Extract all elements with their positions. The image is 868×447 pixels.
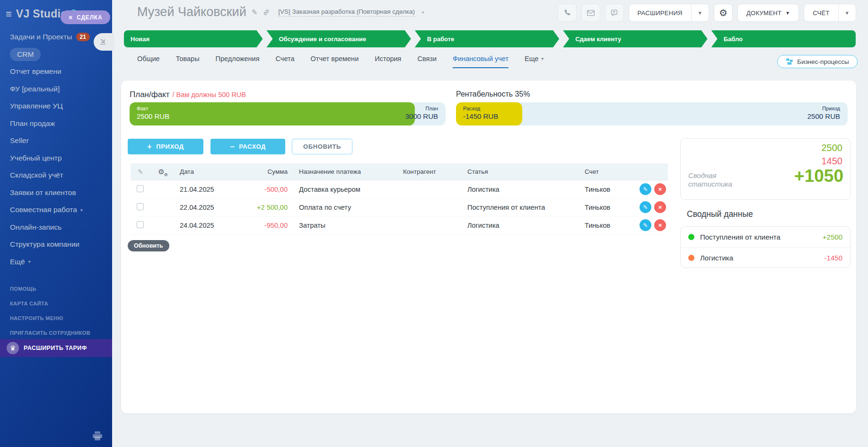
profitability-label: Рентабельность 35% bbox=[456, 90, 530, 98]
sidebar-item-time-report[interactable]: Отчет времени bbox=[0, 63, 112, 80]
delete-row-button[interactable]: × bbox=[654, 201, 666, 213]
sidebar-item-fu-real[interactable]: ФУ [реальный] bbox=[0, 80, 112, 98]
column-purpose[interactable]: Назначение платежа bbox=[288, 168, 391, 175]
column-counterparty[interactable]: Контрагент bbox=[391, 168, 456, 175]
sidebar-collapse-handle[interactable] bbox=[94, 33, 114, 51]
stage-discussion[interactable]: Обсуждение и согласование bbox=[266, 30, 411, 47]
sidebar-footer: ПОМОЩЬ КАРТА САЙТА НАСТРОИТЬ МЕНЮ ПРИГЛА… bbox=[0, 281, 112, 340]
sidebar-item-warehouse[interactable]: Складской учёт bbox=[0, 167, 112, 184]
cell-purpose: Оплата по счету bbox=[288, 204, 391, 211]
document-button[interactable]: ДОКУМЕНТ▼ bbox=[737, 4, 799, 22]
sms-button[interactable] bbox=[605, 4, 624, 22]
sidebar-item-uc-management[interactable]: Управление УЦ bbox=[0, 98, 112, 115]
link-icon[interactable] bbox=[263, 9, 270, 16]
tab-products[interactable]: Товары bbox=[176, 50, 200, 68]
tab-invoices[interactable]: Счета bbox=[276, 50, 295, 68]
sidebar-menu: Задачи и Проекты21 CRM Отчет времени ФУ … bbox=[0, 28, 112, 270]
edit-row-button[interactable]: ✎ bbox=[640, 183, 651, 195]
edit-row-button[interactable]: ✎ bbox=[640, 219, 651, 231]
add-expense-button[interactable]: −РАСХОД bbox=[210, 139, 285, 154]
pencil-icon: ✎ bbox=[643, 186, 648, 193]
printer-icon[interactable] bbox=[92, 431, 103, 441]
invoice-dropdown[interactable]: ▼ bbox=[838, 4, 856, 21]
breadcrumb[interactable]: [VS] Заказная разработка (Повторная сдел… bbox=[278, 8, 415, 17]
tab-quotes[interactable]: Предложения bbox=[216, 50, 260, 68]
column-account[interactable]: Счет bbox=[574, 168, 622, 175]
sidebar-item-crm[interactable]: CRM bbox=[0, 46, 112, 63]
close-icon: × bbox=[658, 222, 662, 229]
deal-chip[interactable]: × СДЕЛКА bbox=[61, 10, 110, 24]
cell-amount: -500,00 bbox=[235, 186, 288, 193]
sidebar-invite-employees[interactable]: ПРИГЛАСИТЬ СОТРУДНИКОВ bbox=[0, 325, 112, 340]
summary-expense: 1450 bbox=[822, 156, 843, 167]
tab-general[interactable]: Общие bbox=[137, 50, 160, 68]
delete-row-button[interactable]: × bbox=[654, 219, 666, 231]
sidebar-item-more[interactable]: Ещё▾ bbox=[0, 253, 112, 271]
refresh-hint-badge[interactable]: Обновить bbox=[128, 240, 169, 251]
business-processes-button[interactable]: Бизнес-процессы bbox=[777, 55, 858, 68]
sidebar-item-training-center[interactable]: Учебный центр bbox=[0, 150, 112, 167]
sidebar-sitemap[interactable]: КАРТА САЙТА bbox=[0, 296, 112, 311]
row-checkbox[interactable] bbox=[137, 221, 144, 228]
sidebar-configure-menu[interactable]: НАСТРОИТЬ МЕНЮ bbox=[0, 311, 112, 325]
chevron-down-icon: ▼ bbox=[785, 10, 790, 16]
sidebar-help[interactable]: ПОМОЩЬ bbox=[0, 281, 112, 296]
plan-fact-bar: Факт2500 RUB План3000 RUB bbox=[130, 102, 446, 125]
page-header: Музей Чайковский ✎ [VS] Заказная разрабо… bbox=[137, 5, 424, 19]
sidebar-item-seller[interactable]: Seller bbox=[0, 132, 112, 150]
tab-links[interactable]: Связи bbox=[417, 50, 437, 68]
summary-statistics-box: 2500 1450 +1050 Сводная статистика bbox=[680, 138, 850, 200]
settings-button[interactable]: ⚙ bbox=[714, 4, 733, 22]
cell-purpose: Затраты bbox=[288, 222, 391, 229]
tab-more[interactable]: Еще▾ bbox=[525, 50, 544, 68]
pencil-icon: ✎ bbox=[643, 222, 648, 229]
sidebar-item-company-structure[interactable]: Структура компании bbox=[0, 236, 112, 253]
tab-history[interactable]: История bbox=[375, 50, 401, 68]
close-icon[interactable]: × bbox=[69, 14, 72, 21]
extensions-dropdown[interactable]: ▼ bbox=[691, 4, 709, 21]
cell-account: Тиньков bbox=[574, 186, 622, 193]
breakdown-title: Сводный данные bbox=[687, 209, 753, 219]
row-checkbox[interactable] bbox=[137, 185, 144, 192]
stage-new[interactable]: Новая bbox=[124, 30, 263, 47]
transactions-table: ✎ ⚙ Дата Сумма Назначение платежа Контра… bbox=[131, 163, 668, 234]
edit-row-button[interactable]: ✎ bbox=[640, 201, 651, 213]
stage-money[interactable]: Бабло bbox=[711, 30, 856, 47]
table-header: ✎ ⚙ Дата Сумма Назначение платежа Контра… bbox=[131, 163, 668, 180]
delete-row-button[interactable]: × bbox=[654, 183, 666, 195]
invoice-button[interactable]: СЧЁТ ▼ bbox=[804, 4, 856, 22]
column-date[interactable]: Дата bbox=[172, 168, 235, 175]
column-category[interactable]: Статья bbox=[456, 168, 574, 175]
extensions-button[interactable]: РАСШИРЕНИЯ ▼ bbox=[629, 4, 710, 22]
sidebar-item-collaboration[interactable]: Совместная работа▾ bbox=[0, 201, 112, 219]
edit-title-icon[interactable]: ✎ bbox=[252, 8, 258, 17]
row-checkbox[interactable] bbox=[137, 203, 144, 210]
chevron-down-icon[interactable]: ▾ bbox=[422, 10, 424, 15]
stage-in-progress[interactable]: В работе bbox=[415, 30, 559, 47]
upgrade-plan-button[interactable]: ♛ РАСШИРИТЬ ТАРИФ bbox=[0, 339, 112, 357]
deal-tabs: Общие Товары Предложения Счета Отчет вре… bbox=[137, 50, 544, 68]
column-amount[interactable]: Сумма bbox=[235, 168, 288, 175]
add-income-button[interactable]: +ПРИХОД bbox=[128, 139, 203, 154]
table-row: 24.04.2025 -950,00 Затраты Логистика Тин… bbox=[131, 216, 668, 234]
tab-financial-accounting[interactable]: Финансовый учет bbox=[453, 50, 509, 68]
chat-icon bbox=[610, 9, 618, 17]
sidebar-item-client-requests[interactable]: Заявки от клиентов bbox=[0, 184, 112, 202]
sidebar-item-sales-plan[interactable]: План продаж bbox=[0, 115, 112, 133]
table-settings-icon[interactable]: ⚙ bbox=[150, 168, 172, 176]
sidebar: ≡ VJ Studio 2 Задачи и Проекты21 CRM Отч… bbox=[0, 0, 112, 447]
tab-time-report[interactable]: Отчет времени bbox=[311, 50, 359, 68]
cell-amount: -950,00 bbox=[235, 222, 288, 229]
header-toolbar: РАСШИРЕНИЯ ▼ ⚙ ДОКУМЕНТ▼ СЧЁТ ▼ bbox=[558, 4, 856, 22]
cell-date: 21.04.2025 bbox=[172, 186, 235, 193]
email-button[interactable] bbox=[581, 4, 600, 22]
refresh-button[interactable]: ОБНОВИТЬ bbox=[292, 139, 352, 154]
close-icon: × bbox=[658, 204, 662, 211]
call-button[interactable] bbox=[558, 4, 577, 22]
envelope-icon bbox=[587, 9, 595, 17]
hamburger-icon[interactable]: ≡ bbox=[6, 9, 12, 19]
sidebar-item-online-booking[interactable]: Онлайн-запись bbox=[0, 219, 112, 236]
stage-delivery[interactable]: Сдаем клиенту bbox=[563, 30, 707, 47]
summary-total: +1050 bbox=[794, 166, 843, 186]
plus-icon: + bbox=[147, 143, 152, 151]
